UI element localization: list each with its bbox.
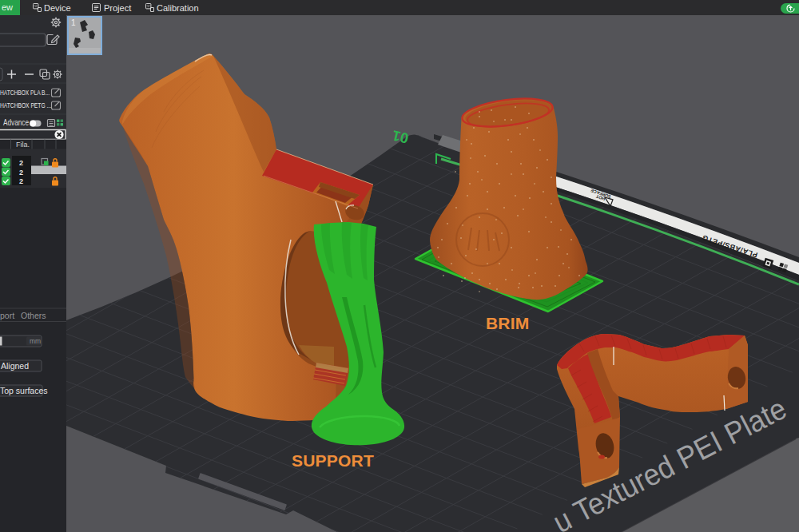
- svg-text:HATCHBOX PETG ...: HATCHBOX PETG ...: [0, 101, 51, 109]
- svg-text:mm: mm: [30, 337, 41, 345]
- svg-text:Others: Others: [21, 311, 46, 320]
- svg-text:Advance: Advance: [3, 118, 29, 127]
- svg-text:BRIM: BRIM: [486, 314, 529, 332]
- svg-text:2: 2: [19, 177, 23, 185]
- svg-text:Top surfaces: Top surfaces: [0, 386, 48, 395]
- svg-text:SUPPORT: SUPPORT: [292, 451, 374, 470]
- svg-text:port: port: [0, 311, 14, 320]
- svg-text:Fila.: Fila.: [16, 141, 30, 149]
- svg-text:2: 2: [19, 159, 23, 167]
- svg-text:Aligned: Aligned: [1, 361, 29, 371]
- svg-text:2: 2: [19, 169, 23, 177]
- svg-text:HATCHBOX PLA B...: HATCHBOX PLA B...: [0, 89, 50, 97]
